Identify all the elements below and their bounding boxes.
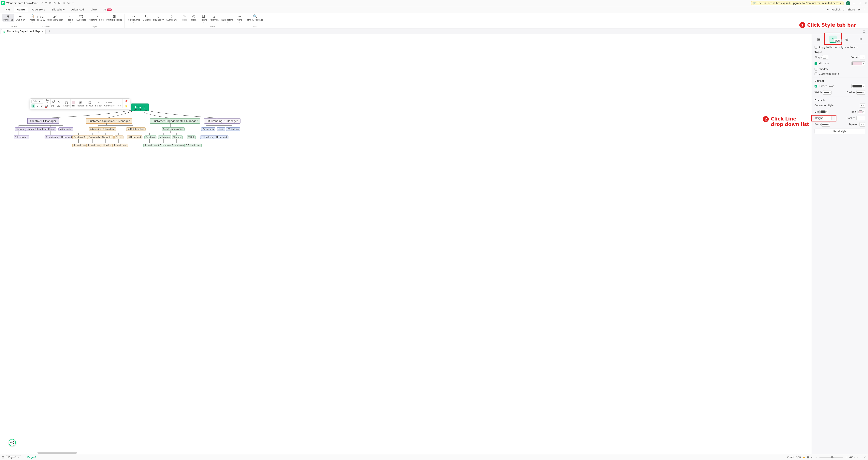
close-tab-icon[interactable]: ✕	[41, 30, 43, 33]
maximize-icon[interactable]: ❐	[859, 2, 861, 4]
new-icon[interactable]: ⊞	[49, 2, 52, 4]
close-icon[interactable]: ✕	[865, 2, 867, 4]
node-seo-teamlead[interactable]: SEO: 1 Teamlead	[126, 127, 146, 131]
node-customer-acquisition-manager[interactable]: Customer Aquisition: 1 Manager	[86, 118, 132, 124]
layout-tool-icon[interactable]: ⿻	[88, 100, 91, 104]
view-page-icon[interactable]: ▭	[811, 456, 813, 459]
node-tk-hc[interactable]: 0.5 Headcount	[184, 144, 202, 147]
fill-color-checkbox[interactable]: ✓	[814, 62, 817, 65]
connector-style-select[interactable]: ⤙▾	[860, 103, 865, 108]
border-color-select[interactable]: ▾	[851, 84, 865, 88]
tapered-select[interactable]: ⟋▾	[859, 122, 865, 126]
more-tool-icon[interactable]: ⋯	[118, 100, 121, 104]
numbering-button[interactable]: ≔Numbering▾	[220, 14, 235, 24]
multiple-topics-button[interactable]: ⊞Multiple Topics	[105, 14, 123, 24]
bold-button[interactable]: B	[31, 104, 35, 108]
outliner-button[interactable]: ≡Outliner	[15, 14, 26, 22]
node-hc-3[interactable]: 1 Headcount	[58, 136, 73, 139]
branch-dashes-select[interactable]: ▾	[856, 116, 865, 120]
callout-button[interactable]: 🗨Callout	[142, 14, 152, 24]
publish-button[interactable]: Publish	[832, 8, 841, 11]
add-tab-button[interactable]: ＋	[47, 29, 52, 33]
ai-magic-icon[interactable]: ✨	[124, 105, 129, 108]
fill-tool-icon[interactable]	[72, 101, 75, 104]
node-design[interactable]: Design	[47, 127, 56, 131]
mark-button[interactable]: ◎Mark	[190, 14, 198, 24]
menu-slideshow[interactable]: Slideshow	[49, 7, 67, 12]
minimize-icon[interactable]: —	[852, 2, 855, 4]
shape-select[interactable]: ▾	[822, 55, 829, 59]
decrease-font-icon[interactable]: A-	[57, 99, 61, 104]
paste-button[interactable]: 📋Paste▾	[28, 14, 36, 24]
zoom-slider[interactable]	[819, 457, 843, 458]
floating-format-toolbar[interactable]: Arial ▾ 14 ▾ A+ A- B I U A▾ 🖍▾ ⌫ ▢Shape …	[30, 98, 130, 109]
more-button[interactable]: ⋯More▾	[235, 14, 244, 24]
border-color-checkbox[interactable]: ✓	[814, 85, 817, 87]
apply-same-row[interactable]: Apply to the same type of topics	[814, 46, 865, 49]
apply-same-checkbox[interactable]	[814, 46, 817, 49]
add-page-button[interactable]: ＋	[23, 456, 25, 459]
open-icon[interactable]: 🗁	[54, 2, 56, 4]
reset-style-button[interactable]: Reset style	[814, 128, 865, 134]
node-tiktok[interactable]: Tiktok	[187, 136, 196, 139]
node-instagram[interactable]: Instagram	[158, 136, 171, 139]
font-select[interactable]: Arial ▾	[31, 99, 43, 104]
node-partnership[interactable]: Partnership	[201, 127, 215, 131]
branch-tool-icon[interactable]: ⤷	[97, 100, 100, 104]
font-color-button[interactable]: A▾	[44, 104, 49, 108]
node-creative-manager[interactable]: Creative: 1 Manager	[28, 118, 59, 124]
increase-font-icon[interactable]: A+	[51, 99, 56, 104]
node-hc-1[interactable]: 1 Headcount	[14, 136, 29, 139]
node-root[interactable]: tment	[131, 104, 149, 111]
node-yt-hc[interactable]: 1 Headcount	[170, 144, 186, 147]
menu-file[interactable]: File	[3, 7, 12, 12]
node-ga-hc[interactable]: 1 Headcount	[86, 144, 102, 147]
node-facebook-ads[interactable]: Facebook Ads	[72, 136, 89, 139]
page-select[interactable]: Page-1▾	[6, 455, 21, 459]
fit-screen-icon[interactable]: ⛶	[860, 456, 862, 459]
qat-more-icon[interactable]: ▾	[72, 2, 74, 4]
menu-page-style[interactable]: Page Style	[29, 7, 48, 12]
border-tool-icon[interactable]: ▣	[79, 100, 82, 104]
mindmap-button[interactable]: ✱MindMap	[2, 14, 14, 22]
relationship-button[interactable]: ↝Relationship▾	[126, 14, 141, 24]
shadow-checkbox[interactable]	[814, 68, 817, 70]
node-pr2-hc[interactable]: 1 Headcount	[213, 136, 228, 139]
topic-button[interactable]: ▭Topic▾	[66, 14, 75, 24]
customize-width-checkbox[interactable]	[814, 73, 817, 75]
node-fb-hc[interactable]: 1 Headcount	[72, 144, 88, 147]
node-facebook[interactable]: Facebook	[145, 136, 156, 139]
format-painter-button[interactable]: 🖌Format Painter	[46, 14, 64, 24]
arrow-select[interactable]: ▾	[822, 122, 830, 126]
fill-color-select[interactable]: ▾	[851, 61, 865, 66]
corner-select[interactable]: ⌐▾	[860, 55, 865, 59]
menu-ai[interactable]: AIHot	[101, 7, 115, 12]
undo-icon[interactable]: ↶	[41, 2, 43, 4]
node-fb2-hc[interactable]: 1 Headcount	[144, 144, 159, 147]
fullscreen-icon[interactable]: ⤢	[864, 456, 866, 459]
shape-tool-icon[interactable]: ▢	[65, 100, 68, 104]
node-content-teamlead[interactable]: Content 1 Teamlead	[25, 127, 48, 131]
find-replace-button[interactable]: 🔍Find & Replace	[246, 14, 265, 22]
trial-banner[interactable]: 🛒 The trial period has expired. Upgrade …	[751, 1, 844, 5]
floating-topic-button[interactable]: ▭Floating Topic	[88, 14, 104, 24]
rp-tab-outline[interactable]: ▣	[815, 35, 823, 43]
redo-icon[interactable]: ↷	[45, 2, 48, 4]
italic-button[interactable]: I	[36, 104, 39, 108]
node-etc-hc[interactable]: 1 Headcount	[113, 144, 128, 147]
node-tiktok-ads[interactable]: Tiktok Ads	[101, 136, 114, 139]
export-icon[interactable]: ⇱▾	[67, 2, 70, 4]
formula-button[interactable]: ΣFormula	[209, 14, 220, 24]
node-concept[interactable]: Concept	[15, 127, 26, 131]
node-etc[interactable]: Etc.....	[115, 136, 123, 139]
underline-button[interactable]: U	[40, 104, 43, 108]
view-grid-icon[interactable]: ▦	[807, 456, 809, 459]
node-customer-engagement-manager[interactable]: Customer Engagement: 1 Manager	[150, 118, 200, 124]
node-youtube[interactable]: Youtube	[172, 136, 183, 139]
zoom-out-button[interactable]: −	[815, 456, 817, 459]
chat-assistant-button[interactable]: 💬	[9, 439, 16, 446]
copy-button[interactable]: ⧉Copy	[37, 19, 45, 21]
panel-toggle-icon[interactable]: ◫	[861, 30, 867, 33]
summary-button[interactable]: }Summary	[165, 14, 178, 24]
node-google-ads[interactable]: Google Ads	[87, 136, 101, 139]
